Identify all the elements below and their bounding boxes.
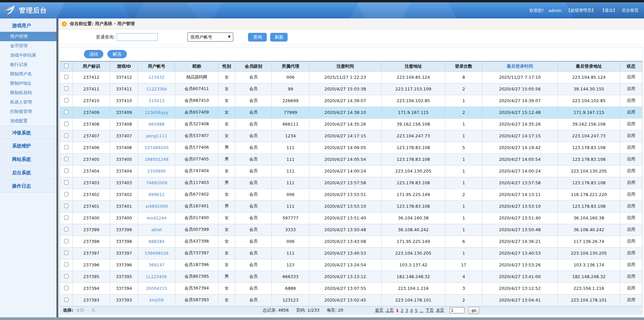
account-link[interactable]: 665888 (149, 122, 165, 127)
cell-logins: 2 (445, 189, 482, 200)
row-checkbox[interactable] (64, 215, 68, 220)
row-checkbox[interactable] (64, 86, 68, 91)
row-checkbox[interactable] (64, 298, 68, 302)
row-checkbox[interactable] (64, 98, 68, 103)
account-link[interactable]: kmji59 (149, 298, 163, 303)
select-all-link[interactable]: 全部 (76, 308, 84, 313)
row-checkbox[interactable] (64, 239, 68, 243)
account-link[interactable]: 899612 (149, 192, 165, 197)
sidebar-item[interactable]: 系统维护 (0, 139, 56, 152)
account-link[interactable]: ablat (151, 227, 162, 232)
account-link[interactable]: 537489200 (145, 145, 169, 150)
page-number-link[interactable]: 2 (401, 308, 403, 313)
sidebar-item[interactable]: 限制用户名 (0, 69, 56, 79)
page-number-link[interactable]: 5 (415, 308, 417, 313)
last-page-link[interactable]: 末页 (436, 308, 444, 313)
cell-last_time: 2020/4/27 13:51:40 (482, 212, 558, 224)
account-link[interactable]: 123456yyy (145, 110, 168, 115)
app-title: 管理后台 (19, 6, 47, 15)
search-type-select[interactable]: 按用户帐号 (187, 33, 233, 42)
query-button[interactable]: 查询 (248, 33, 267, 42)
cell-last_time: 2020/4/27 14:35:26 (482, 118, 558, 130)
account-link[interactable]: 20004215 (146, 286, 167, 291)
cell-gid: 337403 (110, 177, 138, 189)
cell-last_addr: 223.104.102.85 (558, 95, 620, 107)
row-checkbox[interactable] (64, 145, 68, 149)
account-link[interactable]: xi4892009 (145, 204, 168, 209)
row-checkbox[interactable] (64, 133, 68, 138)
page-number-link[interactable]: 3 (405, 308, 408, 313)
row-checkbox[interactable] (64, 169, 68, 173)
row-checkbox[interactable] (64, 75, 68, 79)
unfreeze-button[interactable]: 解冻 (107, 50, 127, 58)
cell-gid: 337397 (110, 247, 138, 259)
row-checkbox[interactable] (64, 122, 68, 126)
account-link[interactable]: 2356890 (147, 169, 166, 174)
account-link[interactable]: peng1111 (146, 133, 167, 138)
home-link[interactable]: 后台首页 (622, 8, 639, 13)
sidebar-item[interactable]: 控制值管理 (0, 107, 56, 116)
row-checkbox[interactable] (64, 251, 68, 255)
cell-level: 会员 (235, 247, 272, 259)
account-link[interactable]: 369147 (149, 262, 165, 267)
sidebar-item[interactable]: 限制机器码 (0, 88, 56, 98)
sidebar-item[interactable]: 后台系统 (0, 166, 56, 179)
cell-last_time: 2020/4/27 13:40:53 (482, 247, 558, 259)
select-all-checkbox[interactable] (64, 64, 68, 68)
account-link[interactable]: 112233kk (146, 86, 167, 91)
row-checkbox[interactable] (64, 204, 68, 208)
row-checkbox[interactable] (64, 157, 68, 161)
sidebar-item[interactable]: 机器人管理 (0, 98, 56, 107)
row-checkbox[interactable] (64, 110, 68, 114)
sidebar-item[interactable]: 网站系统 (0, 152, 56, 166)
sidebar-item[interactable]: 游戏配置 (0, 116, 56, 126)
account-link[interactable]: LL123456 (146, 274, 167, 279)
row-checkbox[interactable] (64, 262, 68, 267)
column-header[interactable]: 最后登录时间 (482, 61, 558, 71)
sidebar-item[interactable]: 金币管理 (0, 41, 56, 51)
prev-page-link[interactable]: 上页 (386, 308, 394, 313)
cell-level: 会员 (235, 153, 272, 165)
account-link[interactable]: 74892009 (146, 180, 167, 185)
cell-agent: 3333 (272, 224, 309, 236)
row-checkbox[interactable] (64, 227, 68, 232)
cell-status: 启用 (620, 142, 642, 153)
cell-last_time: 2020/4/27 14:05:54 (482, 153, 558, 165)
account-link[interactable]: 536698526 (145, 251, 169, 256)
row-checkbox[interactable] (64, 192, 68, 196)
sidebar-item[interactable]: 游戏中的玩家 (0, 51, 56, 60)
cell-gid: 337401 (110, 200, 138, 212)
refresh-button[interactable]: 刷新 (270, 33, 288, 42)
sidebar-item[interactable]: 银行记录 (0, 60, 56, 69)
row-checkbox[interactable] (64, 286, 68, 290)
cell-gender: 男 (218, 200, 235, 212)
sidebar-item[interactable]: 用户管理 (0, 32, 56, 41)
sidebar-item[interactable]: 限制IP地址 (0, 79, 56, 88)
freeze-button[interactable]: 冻结 (84, 50, 103, 58)
cell-status: 启用 (620, 200, 642, 212)
next-page-link[interactable]: 下页 (426, 308, 434, 313)
sidebar-item[interactable]: 冲值系统 (0, 126, 56, 139)
breadcrumb-arrow-icon: ➜ (62, 21, 67, 26)
account-link[interactable]: 123432 (149, 75, 165, 80)
go-button[interactable]: go (468, 307, 479, 314)
sidebar-item[interactable]: 操作日志 (0, 179, 56, 193)
sidebar-item[interactable]: 游戏用户 (0, 18, 56, 32)
page-number-link[interactable]: 4 (410, 308, 413, 313)
account-link[interactable]: 198501248 (145, 157, 169, 162)
page-number-link[interactable]: 1 (396, 308, 399, 313)
top-dark-strip (0, 0, 644, 2)
first-page-link[interactable]: 首页 (375, 308, 384, 313)
row-checkbox[interactable] (64, 274, 68, 278)
search-input[interactable] (117, 33, 158, 41)
account-link[interactable]: 310413 (149, 98, 165, 103)
account-link[interactable]: 888284 (149, 239, 165, 244)
logout-link[interactable]: 【退出】 (600, 8, 617, 13)
account-link[interactable]: mxd2244 (147, 215, 166, 220)
select-none-link[interactable]: 无 (91, 308, 96, 313)
pagination-pages: 12345 (396, 308, 418, 313)
cell-last_addr: 223.104.130.205 (558, 247, 620, 259)
cell-level: 会员 (235, 95, 272, 107)
goto-page-input[interactable] (450, 307, 464, 313)
row-checkbox[interactable] (64, 180, 68, 185)
